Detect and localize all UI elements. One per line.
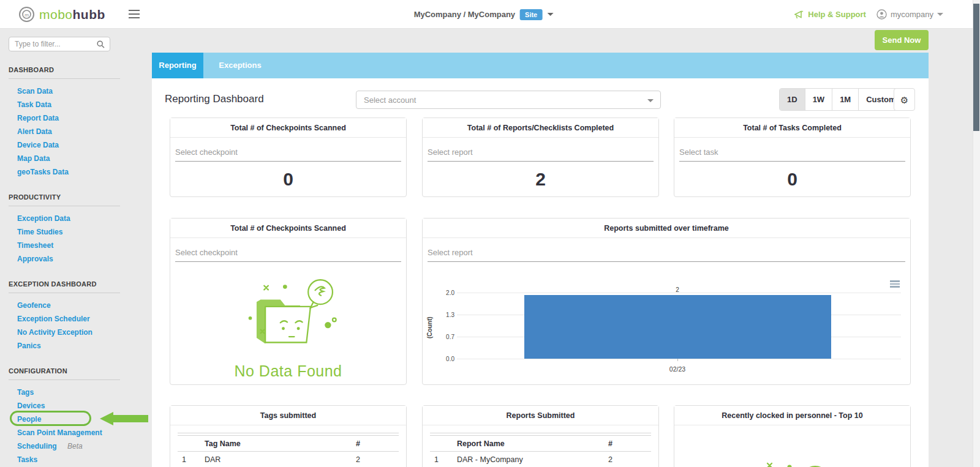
sidebar-toggle-icon[interactable] [129, 10, 140, 21]
timeframe-button-group: 1D 1W 1M Custom [779, 88, 904, 111]
row-index: 1 [430, 455, 457, 464]
top-header: m mobohubb MyCompany / MyCompany Site He… [0, 0, 973, 29]
help-support-link[interactable]: Help & Support [794, 10, 866, 19]
bar-02-23[interactable] [524, 295, 831, 359]
divider [9, 379, 120, 380]
bar-chart: (Count) 2.0 1.3 0.7 0.0 2 02/23 [423, 219, 911, 386]
user-icon [876, 9, 887, 20]
column-header-count: # [356, 439, 399, 448]
column-header-report-name: Report Name [457, 439, 608, 448]
chevron-down-icon [647, 99, 654, 102]
sidebar-item-no-activity-exception[interactable]: No Activity Exception [9, 326, 152, 339]
sidebar-item-time-studies[interactable]: Time Studies [9, 225, 152, 239]
tags-table: Tag Name # 1 DAR 2 [178, 433, 399, 467]
checkpoint-select[interactable]: Select checkpoint [175, 146, 401, 162]
x-tick-mark [677, 359, 678, 361]
sidebar-item-scan-point-management[interactable]: Scan Point Management [9, 426, 152, 439]
gear-icon: ⚙ [900, 95, 908, 105]
sidebar-item-scan-data[interactable]: Scan Data [9, 84, 152, 98]
sidebar-item-alert-data[interactable]: Alert Data [9, 125, 152, 138]
company-breadcrumb: MyCompany / MyCompany [414, 10, 515, 19]
sidebar-item-people-label: People [17, 415, 41, 424]
sidebar-item-panics[interactable]: Panics [9, 339, 152, 353]
tab-exceptions[interactable]: Exceptions [211, 53, 270, 78]
y-tick: 2.0 [428, 290, 454, 296]
table-row[interactable]: 1 DAR - MyCompany 2 [430, 452, 651, 467]
sidebar-item-exception-scheduler[interactable]: Exception Scheduler [9, 312, 152, 326]
section-title-dashboard: DASHBOARD [9, 66, 152, 73]
row-index: 1 [178, 455, 205, 464]
divider [9, 293, 120, 293]
mobohubb-logo: m mobohubb [18, 0, 105, 29]
column-header-tag-name: Tag Name [205, 439, 356, 448]
gridline [457, 359, 901, 359]
card-tags-submitted: Tags submitted Tag Name # 1 DAR 2 [170, 405, 407, 467]
send-now-button[interactable]: Send Now [875, 30, 929, 50]
card-reports-over-timeframe: Reports submitted over timeframe Select … [422, 218, 911, 385]
page-title: Reporting Dashboard [165, 93, 264, 105]
chart-context-menu-icon[interactable] [890, 280, 900, 289]
sidebar-item-exception-data[interactable]: Exception Data [9, 212, 152, 225]
sidebar-item-timesheet[interactable]: Timesheet [9, 239, 152, 252]
range-button-1w[interactable]: 1W [805, 89, 833, 110]
card-recently-clocked-in: Recently clocked in personnel - Top 10 [674, 405, 911, 467]
account-switcher[interactable]: MyCompany / MyCompany Site [414, 0, 554, 29]
sidebar-item-people[interactable]: People [9, 413, 152, 426]
user-menu[interactable]: mycompany [876, 9, 943, 20]
sidebar-item-devices[interactable]: Devices [9, 399, 152, 413]
logo-icon: m [18, 6, 35, 23]
y-tick: 0.0 [428, 356, 454, 362]
report-select[interactable]: Select report [428, 146, 654, 162]
account-select[interactable]: Select account [356, 91, 661, 109]
card-checkpoints-scanned: Total # of Checkpoints Scanned Select ch… [170, 118, 407, 197]
dashboard-settings-button[interactable]: ⚙ [894, 88, 915, 111]
sidebar-item-geofence[interactable]: Geofence [9, 299, 152, 312]
sidebar-item-report-data[interactable]: Report Data [9, 111, 152, 125]
filter-input[interactable] [9, 37, 92, 51]
vertical-scrollbar[interactable] [973, 0, 980, 467]
section-title-configuration: CONFIGURATION [9, 367, 152, 375]
y-tick: 1.3 [428, 312, 454, 318]
people-pointer-arrow-icon [100, 412, 149, 425]
sidebar-item-device-data[interactable]: Device Data [9, 138, 152, 152]
beta-badge: Beta [67, 442, 83, 450]
sidebar-item-geotasks-data[interactable]: geoTasks Data [9, 165, 152, 179]
checkpoint-select[interactable]: Select checkpoint [175, 247, 401, 262]
task-select[interactable]: Select task [679, 146, 905, 162]
sidebar: DASHBOARD Scan Data Task Data Report Dat… [0, 29, 152, 467]
sidebar-item-map-data[interactable]: Map Data [9, 152, 152, 165]
tab-reporting[interactable]: Reporting [152, 53, 203, 78]
divider [9, 78, 120, 79]
no-data-illustration [227, 272, 350, 359]
tag-name-cell: DAR [205, 455, 356, 464]
help-support-label: Help & Support [808, 10, 866, 19]
megaphone-icon [794, 10, 804, 19]
section-title-exception-dashboard: EXCEPTION DASHBOARD [9, 280, 152, 288]
card-title: Total # of Checkpoints Scanned [170, 219, 406, 238]
scrollbar-thumb[interactable] [973, 4, 979, 131]
sidebar-item-tasks[interactable]: Tasks [9, 453, 152, 466]
range-button-1d[interactable]: 1D [780, 89, 805, 110]
section-title-productivity: PRODUCTIVITY [9, 193, 152, 201]
sidebar-item-scheduling[interactable]: Scheduling Beta [9, 439, 152, 453]
column-header-count: # [608, 439, 651, 448]
svg-text:m: m [24, 12, 29, 18]
logo-text-hubb: hubb [73, 7, 105, 21]
site-badge: Site [520, 9, 542, 20]
report-count-cell: 2 [608, 455, 651, 464]
reports-table: Report Name # 1 DAR - MyCompany 2 [430, 433, 651, 467]
chevron-down-icon [937, 13, 943, 16]
card-tasks-completed: Total # of Tasks Completed Select task 0 [674, 118, 911, 197]
divider [9, 206, 120, 206]
bar-value-label: 2 [659, 286, 696, 293]
table-row[interactable]: 1 DAR 2 [178, 452, 399, 467]
card-reports-submitted: Reports Submitted Report Name # 1 DAR - … [422, 405, 659, 467]
card-title: Total # of Tasks Completed [674, 118, 910, 138]
sidebar-item-approvals[interactable]: Approvals [9, 252, 152, 266]
sidebar-item-task-data[interactable]: Task Data [9, 98, 152, 111]
checkpoints-scanned-value: 0 [170, 169, 406, 190]
range-button-1m[interactable]: 1M [832, 89, 859, 110]
search-icon[interactable] [97, 40, 105, 48]
sidebar-item-tags[interactable]: Tags [9, 386, 152, 399]
reporting-dashboard-panel: Reporting Dashboard Select account 1D 1W… [152, 78, 929, 467]
